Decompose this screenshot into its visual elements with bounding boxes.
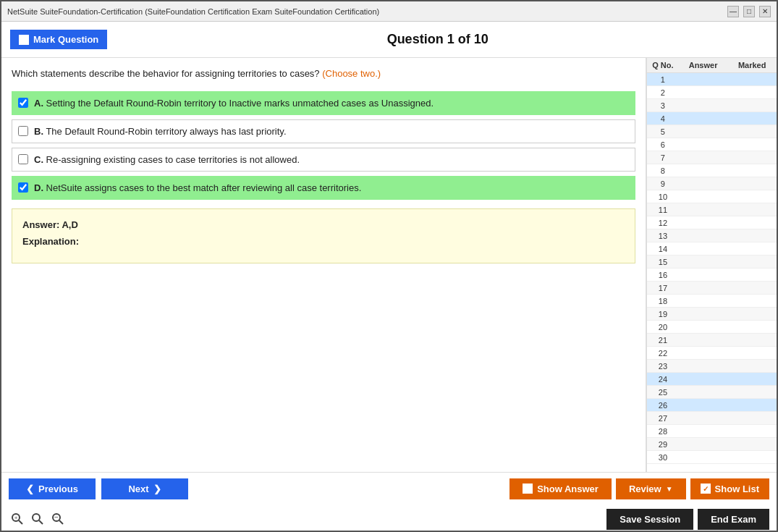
- sidebar-row-marked: [727, 274, 777, 276]
- sidebar-row-qno: 22: [647, 347, 679, 359]
- sidebar-row-qno: 16: [647, 269, 679, 281]
- sidebar-row[interactable]: 16: [647, 269, 777, 282]
- maximize-button[interactable]: □: [743, 6, 755, 17]
- svg-line-6: [59, 520, 63, 524]
- close-button[interactable]: ✕: [759, 6, 771, 17]
- sidebar-row[interactable]: 12: [647, 216, 777, 229]
- zoom-in-button[interactable]: +: [9, 510, 26, 528]
- sidebar-row-qno: 11: [647, 204, 679, 216]
- sidebar-header: Q No. Answer Marked: [647, 58, 777, 73]
- sidebar-row-marked: [727, 78, 777, 81]
- sidebar-row-answer: [679, 417, 728, 420]
- sidebar-row-marked: [727, 182, 777, 185]
- end-exam-button[interactable]: End Exam: [698, 509, 769, 530]
- question-title: Question 1 of 10: [107, 32, 768, 47]
- option-row-a[interactable]: A. Setting the Default Round-Robin terri…: [12, 91, 635, 115]
- sidebar-row[interactable]: 14: [647, 242, 777, 256]
- sidebar-row[interactable]: 23: [647, 360, 777, 373]
- sidebar-row-marked: [727, 404, 777, 407]
- sidebar-row[interactable]: 25: [647, 386, 777, 399]
- sidebar-row-answer: [679, 274, 728, 276]
- zoom-out-button[interactable]: −: [49, 510, 67, 528]
- review-button[interactable]: Review ▼: [616, 478, 686, 499]
- footer: Previous Next Show Answer Review ▼ ✓ Sho…: [1, 472, 777, 532]
- option-row-d[interactable]: D. NetSuite assigns cases to the best ma…: [12, 176, 635, 200]
- sidebar-row-qno: 29: [647, 439, 679, 450]
- question-text: Which statements describe the behavior f…: [12, 67, 635, 81]
- sidebar-row[interactable]: 29: [647, 438, 777, 451]
- option-row-c[interactable]: C. Re-assigning existing cases to case t…: [12, 148, 635, 172]
- option-label-b: B. The Default Round-Robin territory alw…: [34, 126, 287, 137]
- show-list-button[interactable]: ✓ Show List: [690, 478, 769, 499]
- sidebar-row[interactable]: 27: [647, 412, 777, 425]
- save-session-button[interactable]: Save Session: [606, 509, 693, 530]
- option-checkbox-b[interactable]: [18, 126, 28, 136]
- sidebar-rows: 1234567891011121314151617181920212223242…: [647, 73, 777, 464]
- sidebar-row-marked: [727, 326, 777, 329]
- option-checkbox-d[interactable]: [18, 182, 28, 193]
- sidebar-row-qno: 5: [647, 126, 679, 138]
- sidebar-row-answer: [679, 300, 728, 303]
- sidebar-row[interactable]: 15: [647, 256, 777, 269]
- show-answer-button[interactable]: Show Answer: [509, 478, 612, 499]
- sidebar-row-answer: [679, 456, 728, 459]
- review-label: Review: [629, 484, 661, 494]
- sidebar-row-marked: [727, 300, 777, 303]
- sidebar-row[interactable]: 10: [647, 190, 777, 203]
- svg-text:+: +: [14, 515, 18, 521]
- sidebar-row[interactable]: 8: [647, 164, 777, 177]
- next-button[interactable]: Next: [101, 478, 188, 499]
- sidebar-row[interactable]: 28: [647, 425, 777, 438]
- sidebar-row[interactable]: 9: [647, 177, 777, 190]
- sidebar-row-marked: [727, 195, 777, 198]
- sidebar-row[interactable]: 2: [647, 86, 777, 99]
- previous-button[interactable]: Previous: [9, 478, 96, 499]
- sidebar-row[interactable]: 13: [647, 229, 777, 242]
- sidebar-row-answer: [679, 208, 728, 211]
- sidebar-row-qno: 25: [647, 387, 679, 398]
- sidebar-row-qno: 23: [647, 360, 679, 372]
- sidebar-row[interactable]: 3: [647, 99, 777, 112]
- sidebar-row[interactable]: 22: [647, 347, 777, 360]
- sidebar-row[interactable]: 19: [647, 308, 777, 321]
- sidebar-row[interactable]: 21: [647, 334, 777, 347]
- sidebar-row-qno: 8: [647, 165, 679, 177]
- sidebar-row[interactable]: 17: [647, 282, 777, 295]
- sidebar-row-qno: 18: [647, 295, 679, 307]
- sidebar-row[interactable]: 18: [647, 295, 777, 308]
- zoom-normal-button[interactable]: [29, 510, 46, 528]
- sidebar-row[interactable]: 26: [647, 399, 777, 412]
- sidebar-col-marked: Marked: [727, 58, 777, 72]
- sidebar-row[interactable]: 1: [647, 73, 777, 86]
- sidebar-row[interactable]: 6: [647, 138, 777, 151]
- sidebar-row-answer: [679, 391, 728, 394]
- question-sidebar[interactable]: Q No. Answer Marked 12345678910111213141…: [646, 58, 777, 472]
- sidebar-row[interactable]: 4: [647, 112, 777, 125]
- option-checkbox-c[interactable]: [18, 154, 28, 164]
- sidebar-row[interactable]: 24: [647, 373, 777, 386]
- next-label: Next: [128, 484, 148, 494]
- title-text: NetSuite SuiteFoundation-Certification (…: [7, 7, 379, 16]
- footer-row1: Previous Next Show Answer Review ▼ ✓ Sho…: [1, 473, 777, 504]
- sidebar-row-marked: [727, 156, 777, 159]
- choose-label: (Choose two.): [322, 68, 381, 79]
- mark-question-button[interactable]: Mark Question: [10, 30, 107, 49]
- sidebar-row[interactable]: 30: [647, 451, 777, 464]
- sidebar-row[interactable]: 20: [647, 321, 777, 334]
- mark-question-label: Mark Question: [33, 34, 98, 45]
- sidebar-row-marked: [727, 339, 777, 342]
- sidebar-row-answer: [679, 378, 728, 381]
- question-area: Which statements describe the behavior f…: [1, 58, 646, 472]
- option-row-b[interactable]: B. The Default Round-Robin territory alw…: [12, 119, 635, 143]
- option-checkbox-a[interactable]: [18, 98, 28, 108]
- sidebar-row-marked: [727, 235, 777, 237]
- minimize-button[interactable]: —: [727, 6, 739, 17]
- sidebar-row[interactable]: 11: [647, 203, 777, 216]
- sidebar-row-qno: 7: [647, 152, 679, 164]
- sidebar-row-marked: [727, 221, 777, 224]
- zoom-controls: + −: [9, 510, 67, 528]
- sidebar-row-answer: [679, 169, 728, 172]
- show-answer-label: Show Answer: [537, 484, 599, 494]
- sidebar-row[interactable]: 7: [647, 151, 777, 164]
- sidebar-row[interactable]: 5: [647, 125, 777, 138]
